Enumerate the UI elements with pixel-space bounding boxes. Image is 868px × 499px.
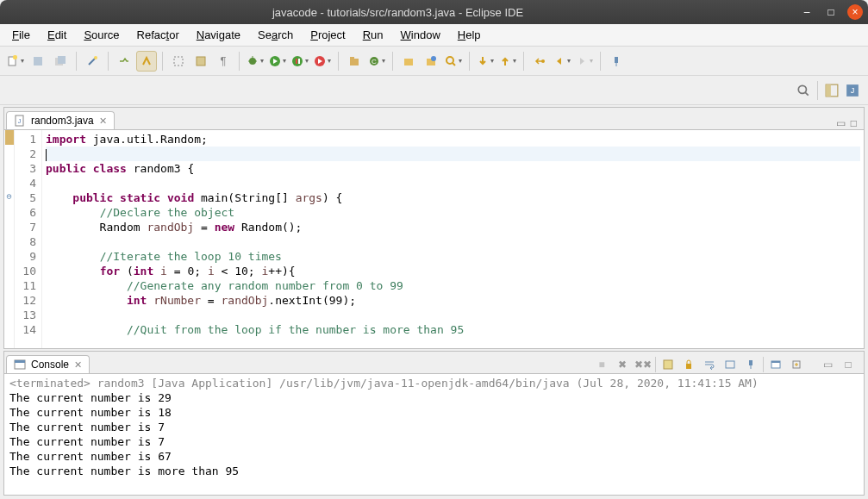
code-line-6[interactable]: //Declare the object xyxy=(46,205,860,220)
pin-button[interactable] xyxy=(606,51,627,72)
minimize-button[interactable]: – xyxy=(799,4,815,20)
pin-console-button[interactable] xyxy=(742,356,759,373)
save-all-button[interactable] xyxy=(50,51,71,72)
menu-run[interactable]: Run xyxy=(356,26,390,44)
maximize-console-icon[interactable]: □ xyxy=(840,356,857,373)
search-icon[interactable] xyxy=(796,84,810,97)
svg-point-24 xyxy=(431,56,436,61)
word-wrap-button[interactable] xyxy=(701,356,718,373)
toolbar-separator xyxy=(76,52,77,71)
console-tabs: Console ✕ ■ ✖ ✖✖ ▭ □ xyxy=(4,352,864,374)
wand-button[interactable] xyxy=(82,51,103,72)
menu-window[interactable]: Window xyxy=(394,26,447,44)
svg-rect-42 xyxy=(726,361,734,368)
open-perspective-button[interactable] xyxy=(825,84,839,97)
console-output[interactable]: <terminated> random3 [Java Application] … xyxy=(4,374,864,495)
code-line-3[interactable]: public class random3 { xyxy=(46,161,860,176)
code-line-4[interactable] xyxy=(46,176,860,190)
block-select-button[interactable] xyxy=(168,51,189,72)
code-line-7[interactable]: Random randObj = new Random(); xyxy=(46,220,860,234)
svg-rect-41 xyxy=(686,364,691,369)
console-tab[interactable]: Console ✕ xyxy=(6,355,90,373)
last-edit-button[interactable] xyxy=(529,51,550,72)
close-button[interactable]: × xyxy=(847,4,863,20)
toggle-breadcrumb[interactable] xyxy=(114,51,134,72)
pilcrow-button[interactable]: ¶ xyxy=(213,51,234,72)
minimize-console-icon[interactable]: ▭ xyxy=(819,356,836,373)
svg-point-6 xyxy=(94,56,97,59)
svg-rect-1 xyxy=(13,55,17,59)
code-line-13[interactable] xyxy=(46,308,860,322)
new-button[interactable] xyxy=(5,51,26,72)
toolbar-separator xyxy=(469,52,470,71)
code-line-14[interactable]: //Quit from the loop if the number is mo… xyxy=(46,322,860,337)
maximize-button[interactable]: □ xyxy=(823,4,839,20)
debug-button[interactable] xyxy=(245,51,265,72)
ext-tools-button[interactable] xyxy=(312,51,333,72)
menu-search[interactable]: Search xyxy=(251,26,300,44)
svg-point-30 xyxy=(798,85,806,93)
close-tab-icon[interactable]: ✕ xyxy=(99,115,107,127)
next-annotation[interactable] xyxy=(475,51,496,72)
toolbar-separator xyxy=(162,52,163,71)
open-console-dropdown[interactable] xyxy=(788,356,805,373)
scroll-lock-button[interactable] xyxy=(680,356,697,373)
code-line-10[interactable]: for (int i = 0; i < 10; i++){ xyxy=(46,264,860,278)
console-line: The current number is 18 xyxy=(9,405,859,420)
prev-annotation[interactable] xyxy=(497,51,518,72)
java-perspective-button[interactable]: J xyxy=(846,84,859,97)
clear-console-button[interactable] xyxy=(659,356,677,373)
editor-area: J random3.java ✕ ▭ □ ⊖ 12345678910111213… xyxy=(3,107,865,349)
editor-tabs: J random3.java ✕ ▭ □ xyxy=(4,108,864,130)
menu-project[interactable]: Project xyxy=(303,26,352,44)
svg-rect-7 xyxy=(174,57,183,65)
menu-navigate[interactable]: Navigate xyxy=(190,26,247,44)
forward-button[interactable] xyxy=(574,51,595,72)
main-toolbar: ¶ C xyxy=(0,47,868,76)
menu-help[interactable]: Help xyxy=(451,26,488,44)
code-line-5[interactable]: public static void main(String[] args) { xyxy=(46,190,860,205)
close-console-icon[interactable]: ✕ xyxy=(74,359,82,371)
menu-file[interactable]: File xyxy=(5,26,37,44)
svg-rect-4 xyxy=(58,56,66,64)
open-type-button[interactable] xyxy=(398,51,419,72)
code-line-8[interactable] xyxy=(46,234,860,249)
svg-rect-33 xyxy=(826,84,831,97)
code-editor[interactable]: ⊖ 1234567891011121314 import java.util.R… xyxy=(4,130,864,348)
console-line: The current number is more than 95 xyxy=(9,464,859,478)
minimize-view-icon[interactable]: ▭ xyxy=(836,117,846,129)
toggle-mark-occurrences[interactable] xyxy=(136,51,157,72)
remove-all-button[interactable]: ✖✖ xyxy=(634,356,652,373)
code-line-1[interactable]: import java.util.Random; xyxy=(46,132,860,147)
toolbar-separator xyxy=(338,52,339,71)
code-line-2[interactable] xyxy=(46,147,860,161)
terminate-button[interactable]: ■ xyxy=(593,356,610,373)
toolbar-separator xyxy=(392,52,393,71)
code-line-12[interactable]: int rNumber = randObj.nextInt(99); xyxy=(46,293,860,308)
coverage-button[interactable] xyxy=(290,51,310,72)
menu-edit[interactable]: Edit xyxy=(41,26,73,44)
svg-text:J: J xyxy=(18,118,22,124)
save-button[interactable] xyxy=(28,51,48,72)
menu-source[interactable]: Source xyxy=(77,26,126,44)
svg-text:J: J xyxy=(851,86,855,95)
marker-bar: ⊖ xyxy=(4,130,15,348)
show-whitespace-button[interactable] xyxy=(190,51,211,72)
search-button[interactable] xyxy=(443,51,464,72)
menu-refactor[interactable]: Refactor xyxy=(130,26,186,44)
svg-rect-15 xyxy=(296,59,297,64)
run-button[interactable] xyxy=(267,51,288,72)
remove-launch-button[interactable]: ✖ xyxy=(614,356,631,373)
code-text[interactable]: import java.util.Random;public class ran… xyxy=(42,130,864,348)
maximize-view-icon[interactable]: □ xyxy=(851,117,857,129)
display-console-dropdown[interactable] xyxy=(767,356,784,373)
line-number-gutter: 1234567891011121314 xyxy=(15,130,42,348)
open-task-button[interactable] xyxy=(421,51,441,72)
editor-tab-random3[interactable]: J random3.java ✕ xyxy=(6,111,115,129)
show-console-button[interactable] xyxy=(721,356,739,373)
code-line-9[interactable]: //Iterate the loop 10 times xyxy=(46,249,860,264)
new-java-package[interactable] xyxy=(344,51,365,72)
back-button[interactable] xyxy=(552,51,572,72)
new-java-class[interactable]: C xyxy=(366,51,387,72)
code-line-11[interactable]: //Generate any random number from 0 to 9… xyxy=(46,278,860,293)
